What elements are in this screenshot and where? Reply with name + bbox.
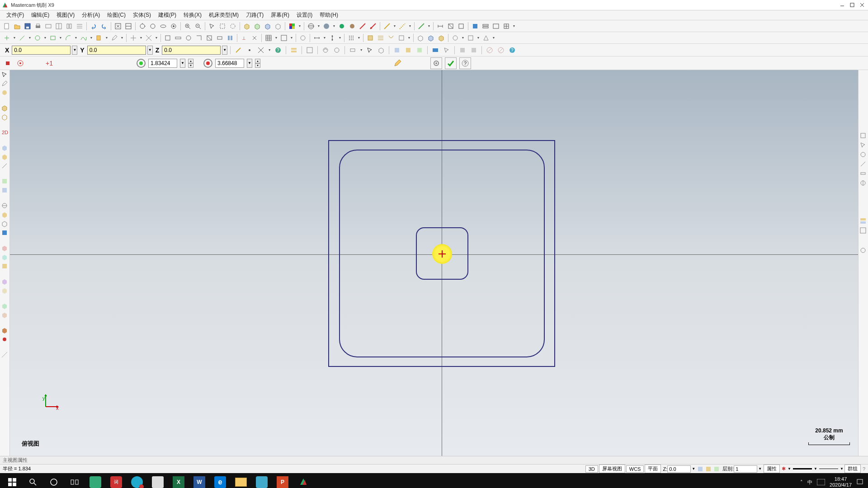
tb1-zoom2[interactable]	[123, 21, 133, 31]
rside-1[interactable]	[859, 132, 868, 140]
lside-25[interactable]	[1, 351, 9, 359]
diameter-input[interactable]	[215, 59, 244, 68]
tb2-n1-drop[interactable]: ▼	[461, 36, 465, 39]
tb2-l4-drop[interactable]: ▼	[407, 36, 411, 39]
tb1-y2[interactable]	[397, 21, 407, 31]
paste-tool[interactable]	[94, 33, 104, 43]
lside-6[interactable]: 2D	[1, 129, 9, 137]
lside-18[interactable]	[1, 263, 9, 271]
tray-keyboard-icon[interactable]	[817, 479, 825, 485]
status-attr-button[interactable]: 属性	[764, 465, 780, 473]
tb2-grid[interactable]	[264, 33, 274, 43]
lside-2[interactable]	[1, 80, 9, 88]
taskbar-app-1[interactable]	[85, 473, 106, 488]
tb1-8[interactable]	[75, 21, 85, 31]
tb2-i[interactable]	[250, 33, 259, 43]
radius-dropdown[interactable]: ▼	[180, 59, 185, 68]
diameter-dropdown[interactable]: ▼	[247, 59, 252, 68]
tb2-m2[interactable]	[426, 33, 436, 43]
rside-9[interactable]	[859, 247, 868, 255]
cortana-button[interactable]	[43, 473, 64, 488]
tb1-rot4[interactable]	[169, 21, 179, 31]
lside-23[interactable]	[1, 327, 9, 335]
color-dropdown[interactable]: ▼	[297, 24, 302, 28]
taskbar-app-4[interactable]	[147, 473, 168, 488]
lside-11[interactable]	[1, 187, 9, 195]
rside-4[interactable]	[859, 160, 868, 169]
tb1-y1[interactable]	[382, 21, 392, 31]
tb1-brown[interactable]	[347, 21, 357, 31]
tb1-lay1[interactable]	[481, 21, 491, 31]
tb2-g[interactable]	[225, 33, 235, 43]
menu-screen[interactable]: 屏幕(R)	[267, 10, 293, 20]
lside-5[interactable]	[1, 113, 9, 122]
color-button[interactable]	[287, 21, 297, 31]
coord-rect[interactable]	[348, 45, 358, 55]
menu-file[interactable]: 文件(F)	[3, 10, 28, 20]
zoom-in-button[interactable]	[183, 21, 193, 31]
tb1-cube3[interactable]	[263, 21, 273, 31]
menu-transform[interactable]: 转换(X)	[180, 10, 205, 20]
trim2-tool[interactable]	[144, 33, 154, 43]
sphere-wire-button[interactable]	[306, 21, 316, 31]
status-3d-button[interactable]: 3D	[585, 465, 598, 473]
tb2-d[interactable]	[194, 33, 204, 43]
diameter-spinner[interactable]: ▲▼	[255, 59, 260, 68]
status-help[interactable]: ?	[863, 466, 865, 472]
taskbar-app-2[interactable]: 词	[106, 473, 127, 488]
spline-tool[interactable]	[79, 33, 89, 43]
status-icon-2[interactable]	[704, 465, 712, 473]
coord-lay1[interactable]	[289, 45, 299, 55]
rside-3[interactable]	[859, 151, 868, 159]
status-lineweight[interactable]	[819, 469, 838, 469]
sphere-wire-dropdown[interactable]: ▼	[316, 24, 321, 28]
undo-button[interactable]	[89, 21, 99, 31]
tb2-l3[interactable]	[386, 33, 396, 43]
coord-s3[interactable]	[415, 45, 425, 55]
param-btn-2[interactable]	[15, 58, 25, 68]
param-btn-1[interactable]	[3, 58, 13, 68]
tb1-rot2[interactable]	[148, 21, 158, 31]
menu-analyze[interactable]: 分析(A)	[78, 10, 104, 20]
coord-btn-3-drop[interactable]: ▼	[267, 48, 272, 52]
param-gear[interactable]	[430, 57, 442, 69]
tb2-pat[interactable]	[346, 33, 356, 43]
coord-cube[interactable]	[376, 45, 386, 55]
tb2-l2[interactable]	[376, 33, 386, 43]
taskbar-skype[interactable]	[127, 473, 147, 488]
tb2-grid-drop[interactable]: ▼	[274, 36, 278, 39]
menu-model[interactable]: 建模(P)	[155, 10, 180, 20]
zoom-out-button[interactable]	[193, 21, 203, 31]
tb2-a[interactable]	[163, 33, 173, 43]
coord-u1[interactable]	[458, 45, 467, 55]
tb2-l1[interactable]	[365, 33, 375, 43]
tb2-n3-drop[interactable]: ▼	[491, 36, 496, 39]
param-btn-add[interactable]: +1	[44, 58, 54, 68]
tb1-dim1[interactable]	[435, 21, 445, 31]
tb1-lay2[interactable]	[491, 21, 501, 31]
coord-s2[interactable]	[403, 45, 413, 55]
circle-drop[interactable]: ▼	[43, 36, 47, 39]
lside-21[interactable]	[1, 302, 9, 310]
menu-draw[interactable]: 绘图(C)	[104, 10, 129, 20]
tb1-cube1[interactable]	[242, 21, 252, 31]
point-drop[interactable]: ▼	[12, 36, 17, 39]
rect-drop[interactable]: ▼	[58, 36, 63, 39]
lside-10[interactable]	[1, 178, 9, 186]
lside-12[interactable]	[1, 202, 9, 210]
coord-ref2[interactable]	[332, 45, 342, 55]
lside-20[interactable]	[1, 287, 9, 295]
tb1-redline[interactable]	[358, 21, 368, 31]
tb1-dim2[interactable]	[446, 21, 456, 31]
taskbar-excel[interactable]: X	[168, 473, 189, 488]
lside-1[interactable]	[1, 71, 9, 79]
lside-4[interactable]	[1, 104, 9, 113]
lside-3[interactable]	[1, 89, 9, 97]
status-linetype[interactable]	[793, 468, 812, 469]
tb1-rot1[interactable]	[137, 21, 147, 31]
arc-drop[interactable]: ▼	[74, 36, 78, 39]
tb1-cube2[interactable]	[252, 21, 262, 31]
fit-button[interactable]	[113, 21, 123, 31]
taskbar-edge[interactable]: e	[210, 473, 231, 488]
coord-u2[interactable]	[469, 45, 479, 55]
